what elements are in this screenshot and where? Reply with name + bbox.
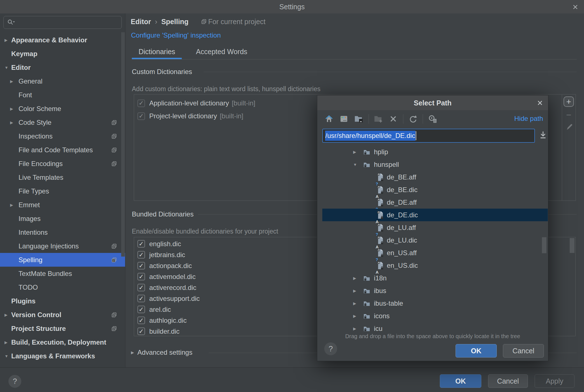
- sidebar-item-general[interactable]: ▶General: [0, 74, 125, 88]
- cancel-button[interactable]: Cancel: [488, 374, 528, 388]
- checkbox-builder-dic[interactable]: ✓: [137, 328, 145, 335]
- sidebar-item-editor[interactable]: ▼Editor: [0, 61, 125, 74]
- bundled-list-scrollbar[interactable]: [570, 238, 574, 253]
- checkbox-activesupport-dic[interactable]: ✓: [137, 295, 145, 302]
- refresh-icon[interactable]: [408, 114, 418, 124]
- tree-item-icons[interactable]: ▶ icons: [322, 310, 548, 322]
- checkbox-authlogic-dic[interactable]: ✓: [137, 317, 145, 324]
- window-close-icon[interactable]: [572, 3, 579, 11]
- chevron-down-icon[interactable]: ▼: [4, 354, 8, 358]
- tree-item-hunspell[interactable]: ▼ hunspell: [322, 158, 548, 171]
- sidebar-item-plugins[interactable]: Plugins: [0, 294, 125, 308]
- locate-file-icon[interactable]: [539, 131, 547, 139]
- delete-icon[interactable]: [388, 114, 398, 124]
- chevron-right-icon[interactable]: ▶: [353, 150, 356, 154]
- sidebar-scrollbar[interactable]: [121, 32, 125, 257]
- sidebar-item-file-and-code-templates[interactable]: File and Code Templates: [0, 143, 125, 157]
- tree-item-de-de-aff[interactable]: ?de_DE.aff: [322, 196, 548, 209]
- sidebar-item-version-control[interactable]: ▶Version Control: [0, 308, 125, 322]
- sidebar-item-appearance-behavior[interactable]: ▶Appearance & Behavior: [0, 33, 125, 47]
- chevron-down-icon[interactable]: ▼: [353, 162, 357, 167]
- per-project-icon: [112, 147, 117, 153]
- tree-item-de-be-aff[interactable]: ?de_BE.aff: [322, 171, 548, 183]
- new-folder-icon[interactable]: [373, 114, 383, 124]
- sidebar-item-javascript[interactable]: ▶JavaScript: [0, 363, 125, 367]
- dialog-ok-button[interactable]: OK: [456, 344, 497, 358]
- settings-window: Settings ▶Appearance & BehaviorKeymap▼Ed…: [0, 0, 584, 392]
- hide-path-link[interactable]: Hide path: [514, 115, 543, 123]
- chevron-right-icon[interactable]: ▶: [353, 314, 356, 318]
- add-dictionary-button[interactable]: +: [564, 96, 574, 107]
- tab-dictionaries[interactable]: Dictionaries: [139, 48, 175, 56]
- checkbox-activerecord-dic[interactable]: ✓: [137, 284, 145, 291]
- tree-item-i18n[interactable]: ▶ i18n: [322, 272, 548, 284]
- per-project-icon: [201, 18, 206, 26]
- edit-dictionary-button[interactable]: [565, 123, 573, 130]
- checkbox-english-dic[interactable]: ✓: [137, 240, 145, 248]
- sidebar-item-inspections[interactable]: Inspections: [0, 129, 125, 143]
- search-input[interactable]: [3, 16, 122, 29]
- sidebar-item-code-style[interactable]: ▶Code Style: [0, 116, 125, 129]
- chevron-right-icon[interactable]: ▶: [10, 79, 13, 84]
- path-input[interactable]: /usr/share/hunspell/de_DE.dic: [322, 129, 535, 143]
- help-button[interactable]: ?: [8, 375, 21, 388]
- sidebar-item-live-templates[interactable]: Live Templates: [0, 170, 125, 184]
- dialog-cancel-button[interactable]: Cancel: [503, 344, 544, 358]
- show-hidden-icon[interactable]: [427, 114, 438, 124]
- checkbox-actionpack-dic[interactable]: ✓: [137, 262, 145, 269]
- sidebar-item-spelling[interactable]: Spelling: [0, 253, 125, 267]
- project-folder-icon[interactable]: [354, 114, 364, 124]
- tree-item-hplip[interactable]: ▶ hplip: [322, 146, 548, 158]
- dialog-close-icon[interactable]: [536, 99, 544, 107]
- tree-item-en-us-dic[interactable]: Aen_US.dic: [322, 259, 548, 272]
- tree-item-icu[interactable]: ▶ icu: [322, 322, 548, 332]
- chevron-right-icon[interactable]: ▶: [353, 276, 356, 280]
- dialog-toolbar: [324, 113, 442, 125]
- chevron-right-icon[interactable]: ▶: [10, 120, 13, 125]
- chevron-right-icon[interactable]: ▶: [353, 289, 356, 293]
- chevron-down-icon[interactable]: ▼: [4, 65, 8, 70]
- chevron-right-icon[interactable]: ▶: [353, 301, 356, 306]
- chevron-right-icon[interactable]: ▶: [4, 313, 8, 317]
- ok-button[interactable]: OK: [440, 374, 481, 388]
- sidebar-item-project-structure[interactable]: Project Structure: [0, 322, 125, 335]
- checkbox-arel-dic[interactable]: ✓: [137, 306, 145, 313]
- tree-item-de-lu-aff[interactable]: ?de_LU.aff: [322, 221, 548, 234]
- sidebar-item-font[interactable]: Font: [0, 88, 125, 102]
- chevron-right-icon[interactable]: ▶: [10, 107, 13, 111]
- chevron-right-icon[interactable]: ▶: [10, 203, 13, 207]
- sidebar-item-color-scheme[interactable]: ▶Color Scheme: [0, 102, 125, 116]
- sidebar-item-languages-frameworks[interactable]: ▼Languages & Frameworks: [0, 349, 125, 363]
- apply-button[interactable]: Apply: [535, 374, 574, 388]
- chevron-right-icon[interactable]: ▶: [4, 38, 8, 42]
- desktop-icon[interactable]: [339, 114, 349, 124]
- checkbox-jetbrains-dic[interactable]: ✓: [137, 251, 145, 259]
- configure-inspection-link[interactable]: Configure 'Spelling' inspection: [131, 31, 221, 39]
- per-project-icon: [112, 161, 117, 166]
- tree-item-de-de-dic[interactable]: Ade_DE.dic: [322, 209, 548, 221]
- tree-item-ibus-table[interactable]: ▶ ibus-table: [322, 297, 548, 310]
- sidebar-item-file-types[interactable]: File Types: [0, 184, 125, 198]
- tree-item-de-lu-dic[interactable]: Ade_LU.dic: [322, 234, 548, 246]
- sidebar-item-intentions[interactable]: Intentions: [0, 225, 125, 239]
- sidebar-item-todo[interactable]: TODO: [0, 280, 125, 294]
- sidebar-item-emmet[interactable]: ▶Emmet: [0, 198, 125, 212]
- tab-accepted-words[interactable]: Accepted Words: [196, 48, 247, 56]
- breadcrumb-editor[interactable]: Editor: [131, 18, 151, 26]
- tree-item-en-us-aff[interactable]: ?en_US.aff: [322, 246, 548, 259]
- sidebar-item-build-execution-deployment[interactable]: ▶Build, Execution, Deployment: [0, 335, 125, 349]
- sidebar-item-textmate-bundles[interactable]: TextMate Bundles: [0, 267, 125, 280]
- remove-dictionary-button[interactable]: −: [564, 111, 574, 119]
- home-icon[interactable]: [324, 114, 334, 124]
- chevron-right-icon[interactable]: ▶: [4, 340, 8, 345]
- tree-item-ibus[interactable]: ▶ ibus: [322, 284, 548, 297]
- sidebar-item-keymap[interactable]: Keymap: [0, 47, 125, 61]
- sidebar-item-language-injections[interactable]: Language Injections: [0, 239, 125, 253]
- chevron-right-icon[interactable]: ▶: [353, 326, 356, 331]
- sidebar-item-file-encodings[interactable]: File Encodings: [0, 157, 125, 170]
- advanced-settings-toggle[interactable]: ▶ Advanced settings: [131, 349, 192, 356]
- dialog-help-button[interactable]: ?: [324, 342, 337, 355]
- sidebar-item-images[interactable]: Images: [0, 212, 125, 225]
- checkbox-activemodel-dic[interactable]: ✓: [137, 273, 145, 280]
- tree-item-de-be-dic[interactable]: Ade_BE.dic: [322, 183, 548, 196]
